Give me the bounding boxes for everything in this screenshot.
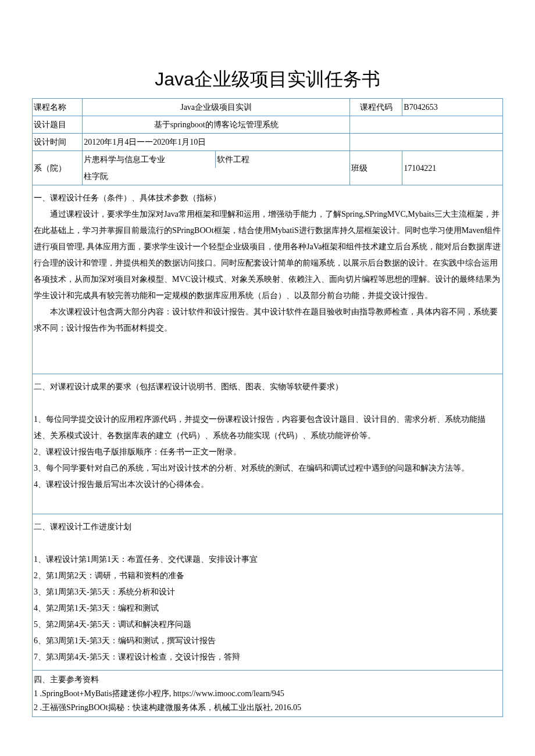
- row-course: 课程名称 Java企业级项目实训 课程代码 B7042653: [33, 99, 503, 116]
- label-class: 班级: [350, 151, 402, 185]
- section1-para1: 通过课程设计，要求学生加深对Java常用框架和理解和运用，增强动手能力，了解Sp…: [34, 206, 501, 304]
- section1-content: 一、课程设计任务（条件）、具体技术参数（指标） 通过课程设计，要求学生加深对Ja…: [33, 185, 503, 374]
- label-course-code: 课程代码: [350, 99, 402, 116]
- row-dept-1: 系（院） 片患科学与信息工专业 软件工程 班级 17104221: [33, 151, 503, 169]
- value-course-code: B7042653: [402, 99, 503, 116]
- section3-heading: 二、课程设计工作进度计划: [34, 519, 501, 535]
- document-title: Java企业级项目实训任务书: [32, 67, 503, 92]
- section3-item-2: 2、第1周第2天：调研，书籍和资料的准备: [34, 568, 501, 584]
- label-design-time: 设计时间: [33, 134, 83, 151]
- section1-heading: 一、课程设计任务（条件）、具体技术参数（指标）: [34, 190, 501, 206]
- section3-content: 二、课程设计工作进度计划 1、课程设计第1周第1天：布置任务、交代课题、安排设计…: [33, 514, 503, 671]
- label-design-topic: 设计题目: [33, 116, 83, 134]
- value-class: 17104221: [402, 151, 503, 185]
- empty-cell: [350, 134, 503, 151]
- section2-item-1: 1、每位同学提交设计的应用程序源代码，并提交一份课程设计报告，内容要包含设计题目…: [34, 411, 501, 444]
- label-course-name: 课程名称: [33, 99, 83, 116]
- section4-item-1: 1 .SpringBoot+MyBatis搭建迷你小程序, https://ww…: [34, 687, 501, 701]
- section2-heading: 二、对课程设计成果的要求（包括课程设计说明书、图纸、图表、实物等软硬件要求）: [34, 379, 501, 395]
- section3-item-4: 4、第2周第1天-第3天：编程和测试: [34, 600, 501, 617]
- section1-para2: 本次课程设计包含两大部分内容：设计软件和设计报告。其中设计软件在题目验收时由指导…: [34, 304, 501, 336]
- value-major: 软件工程: [216, 151, 350, 169]
- section2-item-3: 3、每个同学要针对自己的系统，写出对设计技术的分析、对系统的测试、在编码和调试过…: [34, 460, 501, 476]
- task-table: 课程名称 Java企业级项目实训 课程代码 B7042653 设计题目 基于sp…: [32, 98, 503, 717]
- value-design-topic: 基于springboot的博客论坛管理系统: [83, 116, 350, 134]
- value-dept-line1: 片患科学与信息工专业: [83, 151, 216, 169]
- value-course-name: Java企业级项目实训: [83, 99, 350, 116]
- row-section4: 四、主要参考资料 1 .SpringBoot+MyBatis搭建迷你小程序, h…: [33, 671, 503, 717]
- section3-item-6: 6、第3周第1天-第3天：编码和测试，撰写设计报告: [34, 633, 501, 649]
- row-section1: 一、课程设计任务（条件）、具体技术参数（指标） 通过课程设计，要求学生加深对Ja…: [33, 185, 503, 374]
- row-design-time: 设计时间 20120年1月4日一一2020年1月10日: [33, 134, 503, 151]
- section4-item-2: 2 .王福强SPringBOOt揭秘：快速构建微服务体系，机械工业出版社, 20…: [34, 701, 501, 715]
- row-section2: 二、对课程设计成果的要求（包括课程设计说明书、图纸、图表、实物等软硬件要求） 1…: [33, 374, 503, 514]
- section4-content: 四、主要参考资料 1 .SpringBoot+MyBatis搭建迷你小程序, h…: [33, 671, 503, 717]
- section2-item-2: 2、课程设计报告电子版排版顺序：任务书一正文一附录。: [34, 444, 501, 460]
- value-dept-line2: 柱字阮: [83, 168, 350, 185]
- section3-item-1: 1、课程设计第1周第1天：布置任务、交代课题、安排设计事宜: [34, 551, 501, 568]
- section3-item-7: 7、第3周第4天-第5天：课程设计检查，交设计报告，答辩: [34, 649, 501, 665]
- section2-content: 二、对课程设计成果的要求（包括课程设计说明书、图纸、图表、实物等软硬件要求） 1…: [33, 374, 503, 514]
- empty-cell: [350, 116, 503, 134]
- value-design-time: 20120年1月4日一一2020年1月10日: [83, 134, 350, 151]
- section3-item-5: 5、第2周第4天-第5天：调试和解决程序问题: [34, 617, 501, 633]
- label-department: 系（院）: [33, 151, 83, 185]
- section4-heading: 四、主要参考资料: [34, 673, 501, 687]
- section3-item-3: 3、第1周第3天-第5天：系统分析和设计: [34, 584, 501, 600]
- row-section3: 二、课程设计工作进度计划 1、课程设计第1周第1天：布置任务、交代课题、安排设计…: [33, 514, 503, 671]
- row-design-topic: 设计题目 基于springboot的博客论坛管理系统: [33, 116, 503, 134]
- section2-item-4: 4、课程设计报告最后写出本次设计的心得体会。: [34, 476, 501, 493]
